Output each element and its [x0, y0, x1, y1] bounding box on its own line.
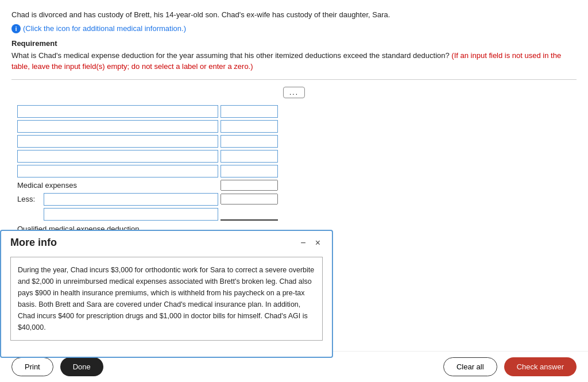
ellipsis-button[interactable]: ... [283, 87, 305, 98]
modal-header: More info − × [1, 231, 332, 252]
less-row2-label-input[interactable] [44, 208, 218, 221]
row4-label-input[interactable] [17, 150, 218, 163]
less-row: Less: [17, 193, 577, 206]
medical-expenses-row: Medical expenses [17, 180, 577, 191]
less-row2 [44, 208, 577, 221]
modal-minimize-button[interactable]: − [298, 238, 308, 248]
modal-close-button[interactable]: × [313, 238, 323, 248]
row4-amount-input[interactable] [220, 150, 278, 163]
info-link-text: (Click the icon for additional medical i… [23, 24, 186, 33]
less-label: Less: [17, 195, 40, 203]
less-row1-amount-input[interactable] [220, 194, 278, 204]
table-area: Medical expenses Less: Qualified medical… [17, 105, 577, 236]
main-content: Chad is divorced and has custody of Bret… [0, 0, 588, 247]
table-row [17, 150, 577, 163]
less-row1-label-input[interactable] [44, 193, 218, 206]
less-row2-amount-input[interactable] [220, 208, 278, 221]
row1-amount-input[interactable] [220, 105, 278, 118]
table-row [17, 165, 577, 178]
medical-expenses-label: Medical expenses [17, 181, 218, 190]
row2-amount-input[interactable] [220, 120, 278, 133]
info-box-text: During the year, Chad incurs $3,000 for … [18, 264, 315, 333]
requirement-label: Requirement [11, 39, 577, 48]
info-icon[interactable]: i [11, 24, 21, 33]
divider [11, 79, 577, 80]
bottom-left: Print Done [11, 357, 103, 376]
info-link-row[interactable]: i (Click the icon for additional medical… [11, 24, 577, 33]
modal-body: During the year, Chad incurs $3,000 for … [1, 252, 332, 357]
modal-controls: − × [298, 238, 323, 248]
row2-label-input[interactable] [17, 120, 218, 133]
intro-text: Chad is divorced and has custody of Bret… [11, 9, 577, 21]
table-row [17, 135, 577, 148]
table-row [17, 120, 577, 133]
info-box: During the year, Chad incurs $3,000 for … [10, 257, 323, 341]
row1-label-input[interactable] [17, 105, 218, 118]
row5-label-input[interactable] [17, 165, 218, 178]
check-answer-button[interactable]: Check answer [504, 357, 577, 376]
medical-expenses-amount-input[interactable] [220, 180, 278, 191]
print-button[interactable]: Print [11, 357, 53, 376]
row3-amount-input[interactable] [220, 135, 278, 148]
table-row [17, 105, 577, 118]
done-button[interactable]: Done [60, 357, 103, 376]
modal-title: More info [10, 237, 57, 249]
row5-amount-input[interactable] [220, 165, 278, 178]
more-info-modal: More info − × During the year, Chad incu… [0, 230, 333, 358]
row3-label-input[interactable] [17, 135, 218, 148]
requirement-text: What is Chad's medical expense deduction… [11, 50, 577, 72]
bottom-right: Clear all Check answer [443, 357, 577, 376]
clear-all-button[interactable]: Clear all [443, 357, 497, 376]
